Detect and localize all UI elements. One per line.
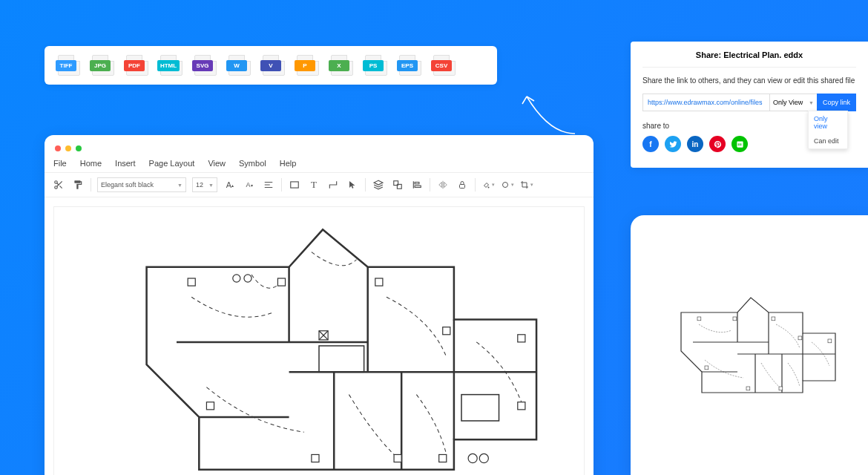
menu-help[interactable]: Help (280, 159, 297, 168)
format-pdf[interactable]: PDF (120, 53, 148, 77)
rectangle-icon[interactable] (288, 178, 301, 191)
svg-point-41 (233, 275, 240, 282)
menu-bar: FileHomeInsertPage LayoutViewSymbolHelp (45, 154, 594, 172)
menu-home[interactable]: Home (80, 159, 102, 168)
svg-rect-60 (779, 387, 783, 390)
minimize-dot[interactable] (65, 145, 71, 151)
text-icon[interactable]: T (307, 178, 320, 191)
menu-file[interactable]: File (53, 159, 67, 168)
permission-select[interactable]: Only View▼ Only view Can edit (769, 94, 817, 111)
svg-point-16 (488, 187, 490, 189)
svg-rect-55 (772, 317, 775, 321)
crop-icon[interactable]: ▾ (520, 178, 533, 191)
line-icon[interactable] (731, 136, 748, 152)
perm-option-edit[interactable]: Can edit (809, 134, 847, 148)
connector-icon[interactable] (326, 178, 340, 191)
svg-rect-36 (394, 454, 401, 462)
format-painter-icon[interactable] (71, 178, 85, 191)
permission-dropdown: Only view Can edit (808, 111, 848, 149)
svg-rect-33 (518, 402, 525, 410)
svg-point-43 (468, 453, 477, 462)
svg-point-17 (503, 183, 508, 188)
svg-rect-27 (461, 395, 499, 421)
svg-rect-37 (439, 454, 447, 462)
format-html[interactable]: HTML (154, 53, 183, 77)
arrow-decoration (504, 89, 579, 141)
facebook-icon[interactable]: f (642, 136, 659, 152)
decrease-font-icon[interactable]: A▾ (243, 178, 256, 191)
svg-rect-8 (291, 182, 299, 188)
format-eps[interactable]: EPS (393, 53, 421, 77)
fill-icon[interactable]: ▾ (481, 178, 495, 191)
share-url-field[interactable]: https://www.edrawmax.com/online/files (642, 94, 769, 111)
menu-page-layout[interactable]: Page Layout (149, 159, 195, 168)
svg-point-42 (244, 275, 251, 282)
format-x[interactable]: X (325, 53, 353, 77)
svg-rect-56 (798, 336, 802, 340)
share-title: Share: Electrical Plan. eddx (642, 50, 856, 68)
group-icon[interactable] (391, 178, 404, 191)
format-svg[interactable]: SVG (188, 53, 217, 77)
svg-rect-53 (697, 317, 701, 321)
svg-rect-57 (828, 339, 832, 343)
svg-line-4 (57, 183, 59, 185)
svg-rect-15 (460, 185, 465, 189)
perm-option-view[interactable]: Only view (809, 111, 847, 134)
floorplan-diagram (53, 206, 585, 475)
font-select[interactable]: Elegant soft black▼ (97, 177, 186, 192)
cut-icon[interactable] (52, 178, 65, 191)
format-v[interactable]: V (257, 53, 285, 77)
linkedin-icon[interactable]: in (687, 136, 703, 152)
svg-point-1 (55, 186, 58, 189)
canvas-area[interactable] (45, 197, 594, 475)
menu-view[interactable]: View (208, 159, 226, 168)
share-dialog: Share: Electrical Plan. eddx Share the l… (631, 42, 868, 168)
copy-link-button[interactable]: Copy link (817, 94, 856, 111)
svg-rect-32 (518, 335, 525, 342)
window-titlebar (45, 135, 594, 154)
svg-rect-35 (312, 454, 319, 462)
svg-rect-13 (415, 183, 419, 184)
format-csv[interactable]: CSV (427, 53, 456, 77)
lock-icon[interactable] (456, 178, 469, 191)
flip-icon[interactable] (436, 178, 450, 191)
twitter-icon[interactable] (665, 136, 681, 152)
svg-rect-31 (443, 327, 450, 335)
align-text-icon[interactable] (262, 178, 275, 191)
svg-rect-54 (733, 317, 737, 321)
svg-rect-14 (415, 186, 421, 187)
maximize-dot[interactable] (76, 145, 82, 151)
share-description: Share the link to others, and they can v… (642, 76, 856, 85)
editor-window: FileHomeInsertPage LayoutViewSymbolHelp … (45, 135, 594, 475)
layers-icon[interactable] (372, 178, 385, 191)
format-w[interactable]: W (223, 53, 251, 77)
tablet-floorplan (645, 245, 853, 445)
svg-line-3 (59, 186, 62, 188)
format-ps[interactable]: PS (359, 53, 387, 77)
svg-rect-29 (277, 278, 285, 286)
export-formats-bar: TIFFJPGPDFHTMLSVGWVPXPSEPSCSV (45, 46, 497, 85)
svg-rect-59 (746, 387, 750, 390)
format-p[interactable]: P (291, 53, 319, 77)
svg-rect-28 (188, 278, 195, 286)
font-size-select[interactable]: 12▼ (192, 177, 217, 192)
format-tiff[interactable]: TIFF (52, 53, 80, 77)
menu-symbol[interactable]: Symbol (239, 159, 266, 168)
svg-rect-34 (206, 402, 214, 410)
pinterest-icon[interactable] (709, 136, 726, 152)
format-jpg[interactable]: JPG (86, 53, 114, 77)
increase-font-icon[interactable]: A▴ (223, 178, 237, 191)
shadow-icon[interactable]: ▾ (501, 178, 514, 191)
svg-rect-26 (319, 346, 364, 372)
svg-point-44 (479, 453, 488, 462)
close-dot[interactable] (55, 145, 61, 151)
toolbar: Elegant soft black▼ 12▼ A▴ A▾ T ▾ ▾ ▾ (45, 172, 594, 197)
menu-insert[interactable]: Insert (115, 159, 136, 168)
tablet-preview (631, 215, 868, 475)
pointer-icon[interactable] (346, 178, 359, 191)
svg-rect-30 (375, 278, 383, 286)
svg-rect-58 (705, 366, 708, 370)
svg-point-0 (55, 181, 58, 184)
align-icon[interactable] (410, 178, 424, 191)
svg-marker-9 (374, 180, 383, 185)
